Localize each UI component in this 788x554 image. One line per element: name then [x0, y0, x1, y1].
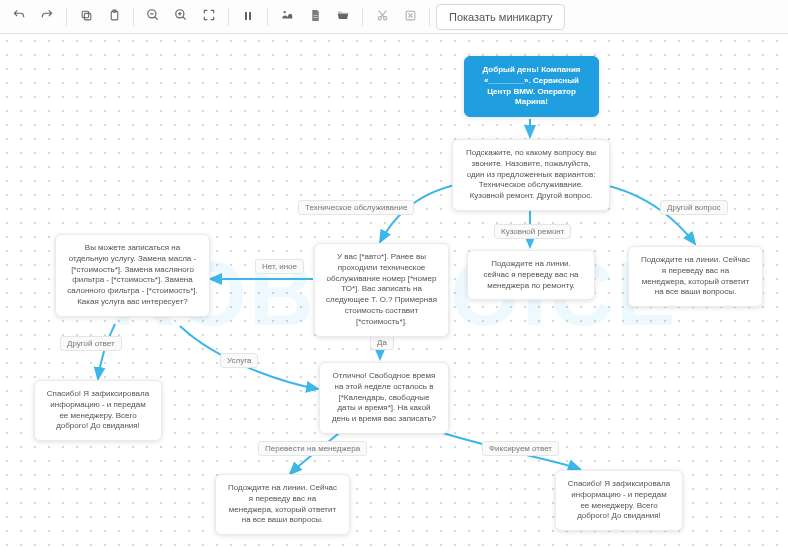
svg-line-10: [183, 16, 186, 19]
edge-label-fix: Фиксируем ответ: [482, 441, 559, 456]
node-no-other[interactable]: Вы можете записаться на отдельную услугу…: [55, 234, 210, 317]
svg-rect-0: [84, 13, 91, 19]
zoom-out-icon: [146, 8, 160, 26]
cut-button[interactable]: [369, 4, 395, 30]
edge-label-manager: Перевести на менеджера: [258, 441, 367, 456]
fit-screen-icon: [202, 8, 216, 26]
edge-label-other: Другой вопрос: [660, 200, 728, 215]
edge-label-other-ans: Другой ответ: [60, 336, 122, 351]
edge-label-no: Нет, иное: [255, 259, 304, 274]
export-doc-button[interactable]: [302, 4, 328, 30]
delete-button[interactable]: [397, 4, 423, 30]
folder-open-icon: [336, 8, 350, 26]
node-start[interactable]: Добрый день! Компания «________». Сервис…: [464, 56, 599, 117]
node-tech[interactable]: У вас [*авто*]. Ранее вы проходили техни…: [314, 243, 449, 337]
separator: [429, 8, 430, 26]
pause-button[interactable]: [235, 4, 261, 30]
node-body[interactable]: Подождите на линии. сейчас я переведу ва…: [467, 250, 595, 300]
node-thanks1[interactable]: Спасибо! Я зафиксировала информацию - и …: [34, 380, 162, 441]
zoom-in-button[interactable]: [168, 4, 194, 30]
svg-rect-1: [82, 11, 89, 18]
edge-label-yes: Да: [370, 335, 394, 350]
image-icon: [280, 8, 294, 26]
node-tomgr[interactable]: Подождите на линии. Сейчас я переведу ва…: [215, 474, 350, 535]
separator: [267, 8, 268, 26]
copy-button[interactable]: [73, 4, 99, 30]
separator: [66, 8, 67, 26]
node-otherq[interactable]: Подождите на линии. Сейчас я переведу ва…: [628, 246, 763, 307]
edge-label-tech: Техническое обслуживание: [298, 200, 414, 215]
svg-rect-12: [249, 12, 251, 20]
paste-button[interactable]: [101, 4, 127, 30]
cut-icon: [376, 8, 389, 26]
zoom-out-button[interactable]: [140, 4, 166, 30]
svg-line-6: [155, 16, 158, 19]
copy-icon: [80, 8, 93, 26]
paste-icon: [108, 8, 121, 26]
undo-button[interactable]: [6, 4, 32, 30]
node-ask[interactable]: Подскажите, по какому вопросу вы звоните…: [452, 139, 610, 211]
edge-label-body: Кузовной ремонт: [494, 224, 571, 239]
pause-icon: [242, 8, 254, 26]
redo-icon: [40, 8, 54, 26]
svg-rect-11: [245, 12, 247, 20]
toggle-minimap-button[interactable]: Показать миникарту: [436, 4, 565, 30]
separator: [362, 8, 363, 26]
svg-point-13: [284, 10, 286, 12]
redo-button[interactable]: [34, 4, 60, 30]
document-icon: [309, 8, 322, 26]
edge-label-service: Услуга: [220, 353, 258, 368]
zoom-in-icon: [174, 8, 188, 26]
node-thanks2[interactable]: Спасибо! Я зафиксировала информацию - и …: [555, 470, 683, 531]
export-image-button[interactable]: [274, 4, 300, 30]
delete-icon: [404, 8, 417, 26]
open-button[interactable]: [330, 4, 356, 30]
undo-icon: [12, 8, 26, 26]
canvas[interactable]: ROBOVOICE Техническое обслуживание Кузов…: [0, 34, 788, 554]
node-sched[interactable]: Отлично! Свободное время на этой неделе …: [319, 362, 449, 434]
separator: [133, 8, 134, 26]
fit-screen-button[interactable]: [196, 4, 222, 30]
separator: [228, 8, 229, 26]
toolbar: Показать миникарту: [0, 0, 788, 34]
